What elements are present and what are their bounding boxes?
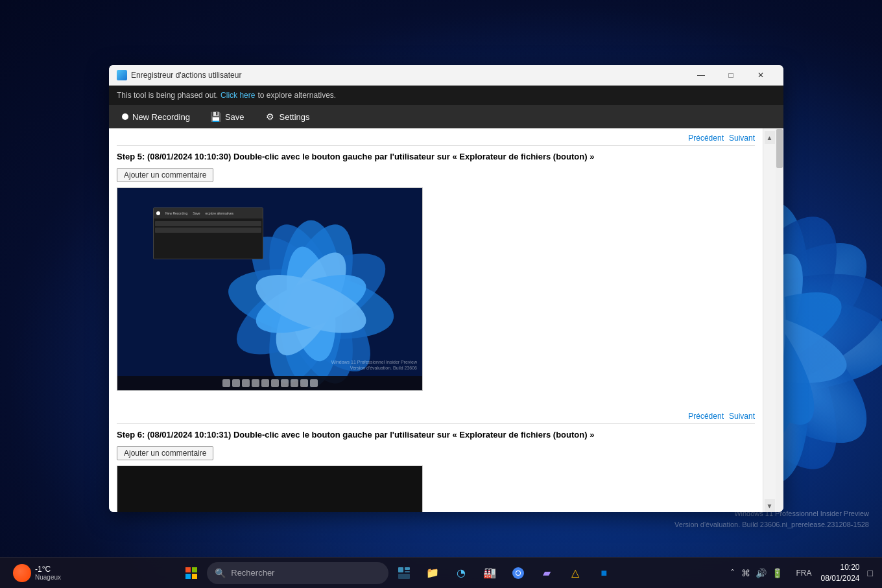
settings-icon: ⚙	[265, 112, 276, 122]
taskbar-left: -1°C Nuageux	[0, 561, 74, 585]
step6-screenshot	[117, 465, 423, 512]
app-window: Enregistreur d'actions utilisateur — □ ✕…	[109, 65, 783, 512]
search-placeholder: Rechercher	[231, 568, 274, 578]
store-button[interactable]: 🏭	[477, 560, 503, 586]
scrollbar-thumb[interactable]	[776, 129, 783, 168]
taskbar-dot-6	[271, 379, 279, 387]
warning-link[interactable]: Click here	[220, 91, 255, 100]
weather-info: -1°C Nuageux	[35, 565, 61, 581]
screenshot-taskbar	[117, 376, 422, 390]
taskbar-dot-4	[252, 379, 259, 387]
terminal-icon: ▰	[543, 567, 551, 579]
warning-text: This tool is being phased out.	[117, 91, 218, 100]
clock-area[interactable]: 10:20 08/01/2024	[818, 561, 862, 585]
start-button[interactable]	[178, 560, 204, 586]
taskbar-dot-7	[281, 379, 289, 387]
desktop: Enregistreur d'actions utilisateur — □ ✕…	[0, 0, 882, 588]
language-indicator[interactable]: FRA	[793, 567, 814, 579]
taskbar-dot-2	[232, 379, 240, 387]
tray-chevron-button[interactable]: ˄	[729, 567, 736, 580]
notification-button[interactable]: □	[866, 567, 874, 580]
new-recording-button[interactable]: New Recording	[117, 110, 195, 124]
file-explorer-icon: 📁	[426, 567, 439, 579]
step6-block: Step 6: (08/01/2024 10:10:31) Double-cli…	[117, 429, 755, 512]
windows-logo-icon	[185, 567, 197, 579]
extra-app-icon: ■	[601, 567, 607, 579]
file-explorer-button[interactable]: 📁	[420, 560, 446, 586]
volume-tray-icon[interactable]: 🔊	[754, 567, 768, 580]
recorder-app-icon	[117, 70, 127, 80]
settings-button[interactable]: ⚙ Settings	[260, 109, 315, 124]
settings-label: Settings	[280, 112, 310, 122]
close-button[interactable]: ✕	[746, 65, 776, 86]
svg-rect-29	[185, 574, 191, 579]
step6-next-link[interactable]: Suivant	[729, 412, 755, 421]
tray-icons: ⌘ 🔊 🔋	[740, 567, 784, 580]
side-panel: ▲ ▼	[763, 128, 776, 512]
save-button[interactable]: 💾 Save	[206, 109, 250, 124]
taskbar: -1°C Nuageux 🔍 Rechercher	[0, 557, 882, 588]
drive-icon: △	[571, 567, 579, 579]
taskbar-dot-8	[291, 379, 298, 387]
scroll-up-button[interactable]: ▲	[765, 131, 775, 144]
clock-time: 10:20	[820, 562, 859, 573]
step5-timestamp: (08/01/2024 10:10:30)	[147, 152, 233, 161]
step5-prev-link[interactable]: Précédent	[688, 134, 724, 143]
widgets-button[interactable]	[391, 560, 417, 586]
window-title: Enregistreur d'actions utilisateur	[131, 71, 686, 80]
screenshot-overlay-toolbar: New Recording Save explore alternatives	[154, 208, 263, 218]
scrollbar-track	[776, 128, 783, 512]
svg-rect-27	[185, 567, 191, 572]
search-icon: 🔍	[215, 568, 226, 578]
svg-rect-34	[398, 574, 410, 579]
taskbar-center: 🔍 Rechercher 📁 ◔ 🏭	[74, 560, 721, 586]
step5-next-link[interactable]: Suivant	[729, 134, 755, 143]
minimize-button[interactable]: —	[686, 65, 716, 86]
step5-number: Step 5:	[117, 152, 147, 161]
save-icon: 💾	[211, 112, 221, 122]
screenshot-overlay-dot	[156, 211, 160, 215]
weather-widget[interactable]: -1°C Nuageux	[8, 561, 66, 585]
clock-date: 08/01/2024	[820, 573, 859, 584]
network-tray-icon[interactable]: ⌘	[740, 567, 752, 580]
step6-add-comment-button[interactable]: Ajouter un commentaire	[117, 446, 213, 460]
screenshot-overlay-window: New Recording Save explore alternatives	[153, 207, 263, 259]
store-icon: 🏭	[483, 567, 496, 579]
taskbar-right: ˄ ⌘ 🔊 🔋 FRA 10:20 08/01/2024 □	[721, 561, 882, 585]
step5-add-comment-button[interactable]: Ajouter un commentaire	[117, 168, 213, 182]
widgets-icon	[398, 567, 410, 579]
edge-icon: ◔	[457, 567, 466, 579]
main-content[interactable]: Précédent Suivant Step 5: (08/01/2024 10…	[109, 128, 763, 512]
screenshot-overlay-text2: Save	[193, 211, 200, 215]
step6-prev-link[interactable]: Précédent	[688, 412, 724, 421]
svg-rect-28	[192, 567, 197, 572]
weather-temp: -1°C	[35, 565, 61, 574]
chrome-button[interactable]	[505, 560, 531, 586]
save-label: Save	[225, 112, 244, 122]
screenshot-win-watermark: Windows 11 Professionnel Insider Preview…	[331, 359, 417, 371]
recording-indicator	[122, 113, 128, 120]
edge-button[interactable]: ◔	[448, 560, 474, 586]
drive-button[interactable]: △	[562, 560, 588, 586]
step5-nav: Précédent Suivant	[117, 128, 755, 146]
terminal-button[interactable]: ▰	[534, 560, 560, 586]
maximize-button[interactable]: □	[716, 65, 746, 86]
taskbar-dot-9	[300, 379, 308, 387]
taskbar-dot-10	[310, 379, 318, 387]
warning-suffix: to explore alternatives.	[257, 91, 336, 100]
step5-block: Step 5: (08/01/2024 10:10:30) Double-cli…	[117, 151, 755, 396]
extra-app-button[interactable]: ■	[591, 560, 617, 586]
scroll-down-button[interactable]: ▼	[765, 499, 775, 512]
content-area: Précédent Suivant Step 5: (08/01/2024 10…	[109, 128, 783, 512]
svg-rect-33	[405, 571, 410, 572]
search-bar[interactable]: 🔍 Rechercher	[207, 562, 388, 584]
taskbar-dot-1	[222, 379, 230, 387]
screenshot-row1	[155, 221, 261, 226]
svg-point-37	[516, 571, 520, 575]
title-bar: Enregistreur d'actions utilisateur — □ ✕	[109, 65, 783, 86]
battery-tray-icon[interactable]: 🔋	[770, 567, 784, 580]
step6-number: Step 6:	[117, 430, 147, 440]
warning-bar: This tool is being phased out. Click her…	[109, 86, 783, 105]
step6-nav: Précédent Suivant	[117, 406, 755, 424]
step5-title: Step 5: (08/01/2024 10:10:30) Double-cli…	[117, 151, 755, 163]
